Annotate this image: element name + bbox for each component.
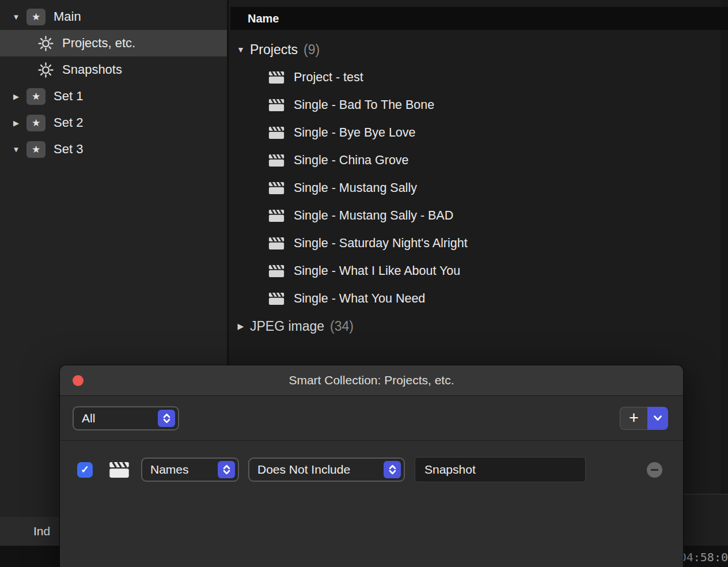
filter-rule-row: ✓ Names Does Not Include <box>60 453 683 486</box>
list-item[interactable]: Project - test <box>230 63 721 91</box>
group-label: JPEG image <box>250 319 324 334</box>
list-item-label: Single - Mustang Sally <box>294 181 417 195</box>
triangle-down-icon[interactable]: ▼ <box>12 13 21 21</box>
folder-star-icon: ★ <box>26 9 46 25</box>
dialog-title: Smart Collection: Projects, etc. <box>289 373 454 387</box>
list-item-label: Single - China Grove <box>294 153 409 168</box>
clapperboard-icon <box>268 71 287 84</box>
clip-list: ▼ Projects (9) Project - test Single - B… <box>230 36 721 340</box>
rule-type-popup[interactable]: Names <box>141 458 239 482</box>
add-rule-button[interactable]: + <box>620 407 647 430</box>
add-rule-menu-button[interactable] <box>647 407 668 430</box>
list-item-label: Single - Bad To The Bone <box>294 98 434 112</box>
clapperboard-icon <box>268 154 287 167</box>
rule-enabled-checkbox[interactable]: ✓ <box>77 462 93 478</box>
dialog-filter-row: All + <box>60 396 683 441</box>
list-item[interactable]: Single - Bad To The Bone <box>230 91 721 119</box>
rule-value-input[interactable] <box>415 457 586 482</box>
star-glyph: ★ <box>32 11 40 23</box>
list-item[interactable]: Single - China Grove <box>230 146 721 174</box>
list-item[interactable]: Single - Mustang Sally - BAD <box>230 202 721 229</box>
triangle-down-icon[interactable]: ▼ <box>12 145 21 154</box>
timecode-display: 04:58:0 <box>680 550 728 564</box>
column-header-name[interactable]: Name <box>230 7 728 30</box>
list-item-label: Single - Bye Bye Love <box>294 126 416 140</box>
sidebar-item-set-1[interactable]: ▶ ★ Set 1 <box>0 83 227 109</box>
folder-star-icon: ★ <box>26 88 46 105</box>
list-item-label: Single - What You Need <box>294 292 425 306</box>
popup-chevrons-icon <box>218 461 235 478</box>
clapperboard-icon <box>268 182 287 195</box>
list-item-label: Single - Saturday Night's Alright <box>294 236 468 251</box>
group-count: (9) <box>304 42 320 58</box>
smart-collection-icon <box>37 62 54 78</box>
sidebar-item-label: Set 2 <box>54 115 83 130</box>
sidebar-item-set-3[interactable]: ▼ ★ Set 3 <box>0 136 227 162</box>
triangle-down-icon[interactable]: ▼ <box>235 45 247 54</box>
list-item-label: Project - test <box>294 70 363 85</box>
triangle-right-icon[interactable]: ▶ <box>12 92 21 101</box>
list-item[interactable]: Single - What I Like About You <box>230 257 721 285</box>
match-popup-value: All <box>82 411 95 425</box>
column-header-label: Name <box>248 12 279 25</box>
sidebar-item-set-2[interactable]: ▶ ★ Set 2 <box>0 109 227 136</box>
sidebar-item-snapshots[interactable]: Snapshots <box>0 56 227 83</box>
popup-chevrons-icon <box>384 461 401 478</box>
check-icon: ✓ <box>81 463 89 476</box>
plus-icon: + <box>629 410 639 426</box>
smart-collection-icon <box>37 36 54 51</box>
clapperboard-icon <box>268 126 287 139</box>
list-item[interactable]: Single - Mustang Sally <box>230 174 721 202</box>
list-item-label: Single - Mustang Sally - BAD <box>294 209 453 223</box>
vertical-scrollbar[interactable] <box>721 0 728 494</box>
list-item-label: Single - What I Like About You <box>294 264 460 278</box>
index-button[interactable]: Ind <box>33 524 50 538</box>
folder-star-icon: ★ <box>26 141 46 158</box>
smart-collection-dialog: Smart Collection: Projects, etc. All + ✓… <box>59 365 684 567</box>
dialog-titlebar[interactable]: Smart Collection: Projects, etc. <box>60 365 683 396</box>
rule-type-popup-value: Names <box>150 463 189 477</box>
sidebar-item-label: Main <box>54 9 81 24</box>
triangle-right-icon[interactable]: ▶ <box>235 322 247 331</box>
sidebar-item-label: Set 1 <box>54 89 83 104</box>
match-popup[interactable]: All <box>73 406 179 430</box>
sidebar-item-label: Set 3 <box>54 142 83 157</box>
list-item[interactable]: Single - Bye Bye Love <box>230 119 721 146</box>
clapperboard-icon <box>268 264 287 278</box>
popup-chevrons-icon <box>158 410 175 427</box>
clapperboard-icon <box>109 462 130 478</box>
clapperboard-icon <box>268 99 287 112</box>
star-glyph: ★ <box>32 117 40 129</box>
star-glyph: ★ <box>32 143 40 156</box>
close-button[interactable] <box>73 375 84 386</box>
group-label: Projects <box>250 42 298 58</box>
list-item[interactable]: Single - What You Need <box>230 285 721 312</box>
group-header-projects[interactable]: ▼ Projects (9) <box>230 36 721 63</box>
sidebar-item-label: Snapshots <box>62 62 122 77</box>
clapperboard-icon <box>268 209 287 222</box>
sidebar-item-main[interactable]: ▼ ★ Main <box>0 3 227 30</box>
clapperboard-icon <box>268 237 287 250</box>
group-header-jpeg-image[interactable]: ▶ JPEG image (34) <box>230 312 721 340</box>
group-count: (34) <box>330 319 354 334</box>
rule-condition-popup-value: Does Not Include <box>257 463 350 477</box>
clapperboard-icon <box>268 292 287 305</box>
star-glyph: ★ <box>32 90 40 103</box>
rule-condition-popup[interactable]: Does Not Include <box>248 458 405 482</box>
remove-rule-button[interactable] <box>647 462 662 478</box>
minus-icon <box>651 469 658 471</box>
add-rule-control: + <box>620 407 668 430</box>
sidebar-item-projects-etc[interactable]: Projects, etc. <box>0 30 227 56</box>
folder-star-icon: ★ <box>26 115 46 131</box>
list-item[interactable]: Single - Saturday Night's Alright <box>230 229 721 257</box>
triangle-right-icon[interactable]: ▶ <box>12 119 21 127</box>
sidebar-item-label: Projects, etc. <box>62 36 135 51</box>
